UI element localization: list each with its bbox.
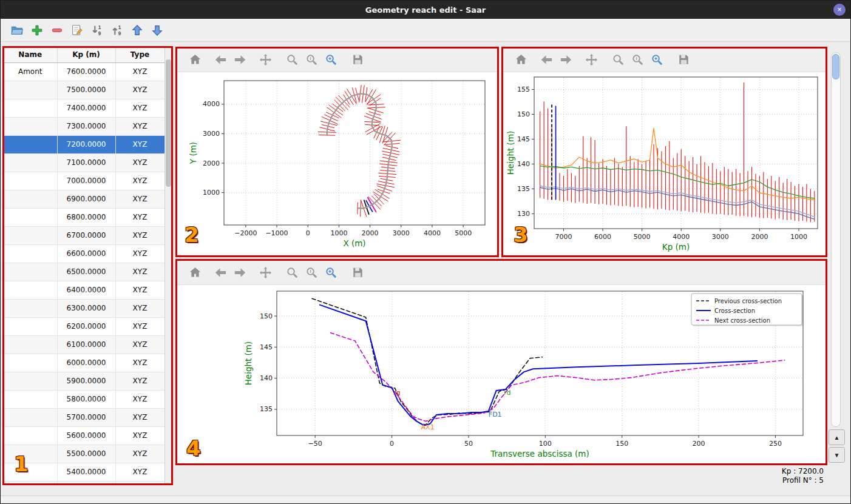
table-cell[interactable]: 5800.0000 xyxy=(57,390,115,408)
table-cell[interactable]: 5300.0000 xyxy=(57,481,115,484)
table-cell[interactable]: 6600.0000 xyxy=(57,244,115,263)
table-row[interactable]: 6800.0000XYZ xyxy=(4,208,164,226)
table-row[interactable]: 6500.0000XYZ xyxy=(4,263,164,281)
table-scrollbar-thumb[interactable] xyxy=(166,59,171,187)
table-cell[interactable] xyxy=(4,244,57,263)
table-cell[interactable]: 6800.0000 xyxy=(57,208,115,226)
table-cell[interactable]: XYZ xyxy=(115,81,164,99)
table-cell[interactable]: 7400.0000 xyxy=(57,99,115,117)
back-button[interactable] xyxy=(211,263,230,283)
table-cell[interactable]: XYZ xyxy=(115,317,164,335)
table-cell[interactable]: XYZ xyxy=(115,481,164,484)
table-cell[interactable]: XYZ xyxy=(115,390,164,408)
table-cell[interactable]: XYZ xyxy=(115,463,164,481)
save-button[interactable] xyxy=(348,50,367,70)
table-cell[interactable]: 5500.0000 xyxy=(57,445,115,463)
add-button[interactable] xyxy=(28,21,46,39)
table-cell[interactable]: 7500.0000 xyxy=(57,81,115,99)
table-row[interactable]: 5500.0000XYZ xyxy=(4,445,164,463)
table-cell[interactable]: XYZ xyxy=(115,190,164,208)
table-cell[interactable]: XYZ xyxy=(115,117,164,135)
table-cell[interactable]: XYZ xyxy=(115,208,164,226)
table-row[interactable]: 5600.0000XYZ xyxy=(4,426,164,445)
table-row[interactable]: 6600.0000XYZ xyxy=(4,244,164,263)
table-row[interactable]: 5400.0000XYZ xyxy=(4,463,164,481)
table-cell[interactable] xyxy=(4,299,57,317)
zoom-rect-button[interactable] xyxy=(647,50,666,70)
zoom-button[interactable] xyxy=(282,263,302,283)
table-cell[interactable]: 5600.0000 xyxy=(57,426,115,445)
table-cell[interactable] xyxy=(4,390,57,408)
remove-button[interactable] xyxy=(48,21,66,39)
home-button[interactable] xyxy=(511,50,531,70)
table-cell[interactable]: XYZ xyxy=(115,99,164,117)
cross-section-plot[interactable]: rgrdFD1AX1+−5005010015020025013514014515… xyxy=(177,285,826,465)
table-row[interactable]: 7200.0000XYZ xyxy=(4,135,164,153)
table-row[interactable]: 7500.0000XYZ xyxy=(4,81,164,99)
back-button[interactable] xyxy=(211,50,230,70)
back-button[interactable] xyxy=(537,50,556,70)
table-cell[interactable]: XYZ xyxy=(115,244,164,263)
forward-button[interactable] xyxy=(230,263,249,283)
pan-button[interactable] xyxy=(256,263,275,283)
zoom-button[interactable] xyxy=(608,50,628,70)
table-cell[interactable]: 5400.0000 xyxy=(57,463,115,481)
table-cell[interactable] xyxy=(4,117,57,135)
profile-up-button[interactable]: ▲ xyxy=(829,429,845,445)
table-row[interactable]: 7300.0000XYZ xyxy=(4,117,164,135)
table-row[interactable]: Amont7600.0000XYZ xyxy=(4,62,164,81)
save-button[interactable] xyxy=(674,50,693,70)
table-cell[interactable] xyxy=(4,354,57,372)
table-row[interactable]: 6200.0000XYZ xyxy=(4,317,164,335)
table-cell[interactable]: XYZ xyxy=(115,281,164,299)
table-cell[interactable] xyxy=(4,372,57,390)
table-row[interactable]: 6100.0000XYZ xyxy=(4,335,164,354)
table-cell[interactable]: 6000.0000 xyxy=(57,354,115,372)
table-scrollbar[interactable] xyxy=(164,47,172,484)
pan-button[interactable] xyxy=(256,50,275,70)
table-cell[interactable] xyxy=(4,172,57,190)
profiles-vertical-scrollbar[interactable] xyxy=(831,52,841,427)
table-cell[interactable]: 5700.0000 xyxy=(57,408,115,426)
profile-down-button[interactable]: ▼ xyxy=(829,447,845,463)
table-cell[interactable] xyxy=(4,426,57,445)
table-cell[interactable] xyxy=(4,81,57,99)
table-row[interactable]: 7400.0000XYZ xyxy=(4,99,164,117)
table-cell[interactable] xyxy=(4,208,57,226)
table-cell[interactable]: XYZ xyxy=(115,263,164,281)
table-cell[interactable]: 7100.0000 xyxy=(57,153,115,172)
longitudinal-profile-plot[interactable]: 7000600050004000300020001000130135140145… xyxy=(503,72,826,257)
zoom-button[interactable] xyxy=(282,50,302,70)
table-cell[interactable] xyxy=(4,226,57,244)
move-down-button[interactable] xyxy=(148,21,166,39)
table-row[interactable]: 5300.0000XYZ xyxy=(4,481,164,484)
save-button[interactable] xyxy=(348,263,367,283)
edit-button[interactable] xyxy=(68,21,86,39)
table-cell[interactable] xyxy=(4,135,57,153)
table-cell[interactable] xyxy=(4,445,57,463)
table-row[interactable]: 5700.0000XYZ xyxy=(4,408,164,426)
sort-desc-button[interactable]: 19 xyxy=(88,21,106,39)
plan-plot[interactable]: −2000−1000010002000300040005000100020003… xyxy=(177,72,498,257)
table-cell[interactable]: Amont xyxy=(4,62,57,81)
table-row[interactable]: 6300.0000XYZ xyxy=(4,299,164,317)
open-button[interactable] xyxy=(8,21,26,39)
home-button[interactable] xyxy=(185,263,205,283)
table-cell[interactable]: 7000.0000 xyxy=(57,172,115,190)
table-cell[interactable]: XYZ xyxy=(115,408,164,426)
table-cell[interactable]: 7300.0000 xyxy=(57,117,115,135)
zoom-info-button[interactable]: i xyxy=(628,50,647,70)
table-cell[interactable]: 6200.0000 xyxy=(57,317,115,335)
column-header[interactable]: Name xyxy=(4,47,57,62)
zoom-info-button[interactable]: i xyxy=(302,50,321,70)
table-row[interactable]: 5800.0000XYZ xyxy=(4,390,164,408)
table-cell[interactable] xyxy=(4,463,57,481)
sort-asc-button[interactable]: 19 xyxy=(108,21,126,39)
table-row[interactable]: 5900.0000XYZ xyxy=(4,372,164,390)
table-row[interactable]: 6700.0000XYZ xyxy=(4,226,164,244)
table-row[interactable]: 6400.0000XYZ xyxy=(4,281,164,299)
table-cell[interactable] xyxy=(4,281,57,299)
table-cell[interactable] xyxy=(4,317,57,335)
table-cell[interactable]: 6400.0000 xyxy=(57,281,115,299)
forward-button[interactable] xyxy=(230,50,249,70)
